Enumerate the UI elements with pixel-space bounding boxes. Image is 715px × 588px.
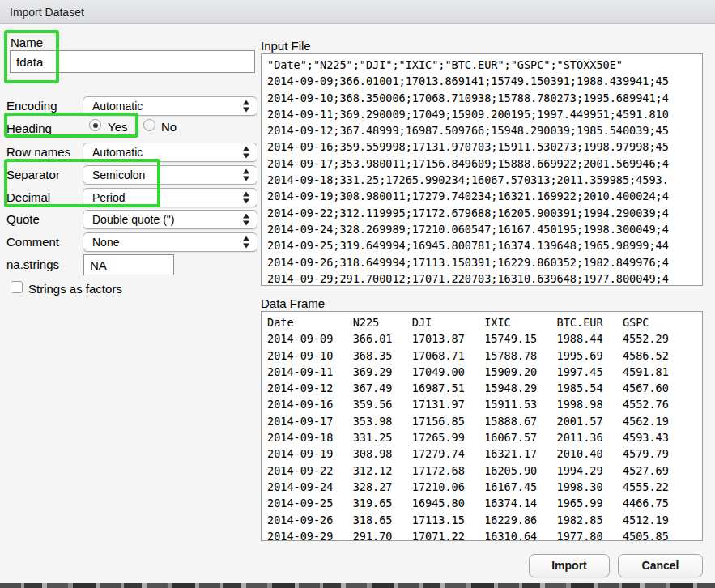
titlebar: Import Dataset (0, 0, 715, 24)
encoding-label: Encoding (6, 99, 57, 113)
updown-arrows-icon (243, 236, 250, 249)
cancel-button[interactable]: Cancel (618, 554, 703, 577)
input-file-text: "Date";"N225";"DJI";"IXIC";"BTC.EUR";"GS… (262, 54, 702, 286)
import-dataset-dialog: Import Dataset Name Encoding Automatic H… (0, 0, 715, 588)
heading-label: Heading (6, 121, 52, 135)
updown-arrows-icon (243, 147, 250, 159)
na-strings-input[interactable] (83, 254, 174, 275)
window-title: Import Dataset (10, 6, 84, 19)
separator-select[interactable]: Semicolon (83, 165, 257, 185)
data-frame-text: Date N225 DJI IXIC BTC.EUR GSPC 2014-09-… (262, 312, 702, 541)
heading-no-radio[interactable] (143, 119, 155, 131)
decimal-value: Period (92, 191, 125, 204)
name-input[interactable] (10, 50, 255, 73)
quote-select[interactable]: Double quote (") (83, 210, 257, 229)
heading-yes-radio[interactable] (89, 119, 101, 131)
updown-arrows-icon (243, 100, 250, 113)
encoding-value: Automatic (92, 100, 143, 113)
heading-no-label: No (161, 120, 177, 134)
input-file-preview[interactable]: "Date";"N225";"DJI";"IXIC";"BTC.EUR";"GS… (261, 53, 703, 286)
decimal-select[interactable]: Period (83, 188, 257, 207)
updown-arrows-icon (243, 192, 250, 204)
name-label: Name (11, 36, 43, 49)
updown-arrows-icon (243, 214, 250, 226)
data-frame-label: Data Frame (261, 296, 325, 310)
quote-label: Quote (6, 212, 40, 226)
input-file-label: Input File (261, 39, 311, 53)
decimal-label: Decimal (6, 190, 50, 204)
comment-select[interactable]: None (83, 232, 257, 252)
background-window-sliver (0, 583, 715, 588)
quote-value: Double quote (") (92, 213, 174, 226)
updown-arrows-icon (243, 169, 250, 181)
separator-value: Semicolon (92, 168, 145, 181)
comment-label: Comment (6, 235, 59, 249)
strings-as-factors-label: Strings as factors (28, 282, 122, 296)
row-names-value: Automatic (92, 146, 143, 159)
strings-as-factors-checkbox[interactable] (11, 281, 23, 293)
separator-label: Separator (6, 168, 60, 181)
na-strings-label: na.strings (6, 258, 59, 271)
heading-yes-label: Yes (108, 120, 127, 134)
encoding-select[interactable]: Automatic (83, 96, 257, 116)
row-names-label: Row names (6, 145, 70, 159)
row-names-select[interactable]: Automatic (83, 143, 257, 162)
comment-value: None (92, 236, 119, 249)
data-frame-preview[interactable]: Date N225 DJI IXIC BTC.EUR GSPC 2014-09-… (261, 311, 703, 541)
import-button[interactable]: Import (529, 554, 610, 577)
